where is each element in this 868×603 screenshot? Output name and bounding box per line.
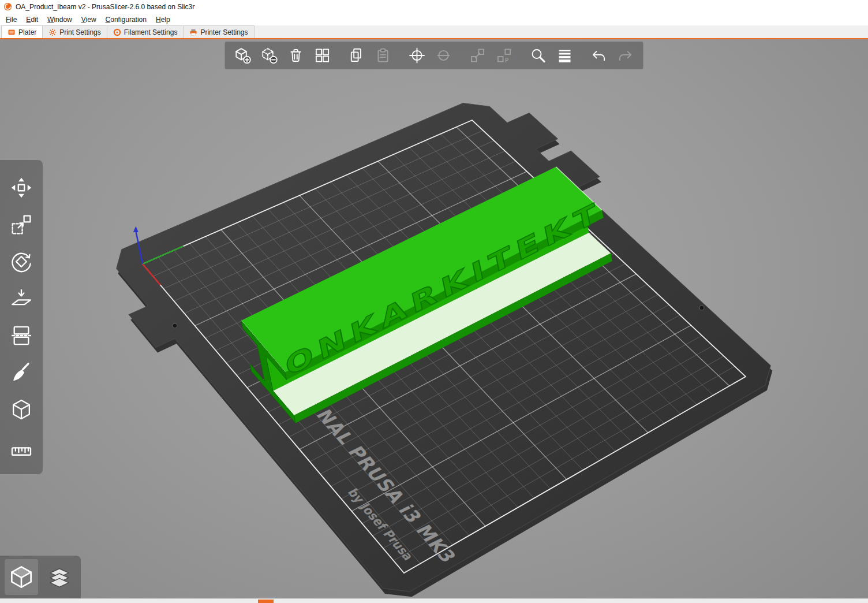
preview-button[interactable]: [43, 559, 76, 595]
filament-spool-icon: [113, 28, 121, 36]
view-switcher: [0, 556, 81, 598]
tab-print-settings-label: Print Settings: [59, 28, 100, 36]
remove-instance-icon: [435, 47, 452, 64]
add-icon: [234, 47, 252, 64]
split-to-objects-button: [466, 44, 489, 67]
svg-text:P: P: [505, 57, 509, 64]
app-icon: [3, 2, 12, 11]
search-button[interactable]: [527, 44, 550, 67]
bed-sheet: [117, 103, 771, 592]
tab-print-settings[interactable]: Print Settings: [43, 25, 107, 38]
add-instance-button[interactable]: [406, 44, 429, 67]
search-icon: [530, 47, 547, 64]
scale-button[interactable]: [8, 211, 35, 239]
preview-icon: [46, 564, 73, 590]
split-to-objects-icon: [469, 47, 487, 64]
menu-edit[interactable]: Edit: [21, 14, 43, 25]
variable-layer-height-button[interactable]: [553, 44, 577, 67]
rotate-button[interactable]: [8, 248, 35, 276]
menu-help[interactable]: Help: [151, 14, 175, 25]
toolbar-top: P: [225, 42, 643, 69]
printer-icon: [189, 28, 197, 36]
plater-icon: [8, 28, 16, 36]
paste-icon: [375, 47, 392, 64]
measure-icon: [10, 435, 33, 458]
tab-filament-settings[interactable]: Filament Settings: [107, 25, 184, 38]
paint-on-supports-icon: [10, 361, 33, 384]
tab-printer-settings-label: Printer Settings: [200, 28, 248, 36]
seam-icon: [10, 398, 33, 421]
seam-button[interactable]: [8, 396, 35, 423]
redo-icon: [617, 47, 634, 64]
3d-editor-view-button[interactable]: [5, 559, 38, 595]
delete-all-button[interactable]: [285, 44, 308, 67]
cut-icon: [10, 324, 33, 347]
delete-all-icon: [287, 47, 305, 64]
3d-viewport[interactable]: ORIGINAL PRUSA i3 MK3by Josef PrusaONKAR…: [0, 39, 868, 598]
menu-configuration[interactable]: Configuration: [101, 14, 151, 25]
place-on-face-icon: [10, 287, 33, 310]
scene-canvas: ORIGINAL PRUSA i3 MK3by Josef PrusaONKAR…: [0, 39, 868, 598]
delete-icon: [261, 47, 278, 64]
gear-icon: [48, 28, 57, 36]
3d-editor-view-icon: [8, 564, 35, 590]
split-to-parts-icon: P: [496, 47, 513, 64]
move-icon: [10, 176, 33, 199]
undo-icon: [590, 47, 608, 64]
tab-printer-settings[interactable]: Printer Settings: [184, 25, 254, 38]
variable-layer-height-icon: [556, 47, 574, 64]
arrange-icon: [314, 47, 331, 64]
measure-button[interactable]: [8, 433, 35, 460]
menu-view[interactable]: View: [77, 14, 101, 25]
add-button[interactable]: [231, 44, 255, 67]
tabbar: Plater Print Settings Filament Settings …: [0, 25, 868, 39]
bed-screw-hole: [699, 306, 704, 310]
bed-screw-hole: [173, 323, 177, 328]
tab-filament-settings-label: Filament Settings: [124, 28, 178, 36]
redo-button: [614, 44, 637, 67]
bottom-accent-chip: [258, 600, 274, 603]
paint-on-supports-button[interactable]: [8, 359, 35, 386]
window-title: OA_Product_Ibeam v2 - PrusaSlicer-2.6.0 …: [16, 3, 194, 11]
place-on-face-button[interactable]: [8, 285, 35, 312]
arrange-button[interactable]: [311, 44, 334, 67]
delete-button[interactable]: [258, 44, 281, 67]
split-to-parts-button: P: [493, 44, 516, 67]
tab-plater-label: Plater: [18, 28, 36, 36]
menubar: File Edit Window View Configuration Help: [0, 13, 868, 25]
copy-icon: [348, 47, 365, 64]
move-button[interactable]: [8, 174, 35, 202]
titlebar: OA_Product_Ibeam v2 - PrusaSlicer-2.6.0 …: [0, 0, 868, 13]
rotate-icon: [10, 250, 33, 273]
bottom-bar: [0, 598, 868, 603]
cut-button[interactable]: [8, 322, 35, 349]
copy-button[interactable]: [345, 44, 368, 67]
menu-window[interactable]: Window: [43, 14, 77, 25]
menu-file[interactable]: File: [1, 14, 21, 25]
paste-button: [372, 44, 395, 67]
toolbar-left: [0, 160, 43, 474]
remove-instance-button: [432, 44, 455, 67]
tab-plater[interactable]: Plater: [1, 25, 43, 38]
scale-icon: [10, 213, 33, 236]
add-instance-icon: [409, 47, 426, 64]
undo-button[interactable]: [588, 44, 611, 67]
